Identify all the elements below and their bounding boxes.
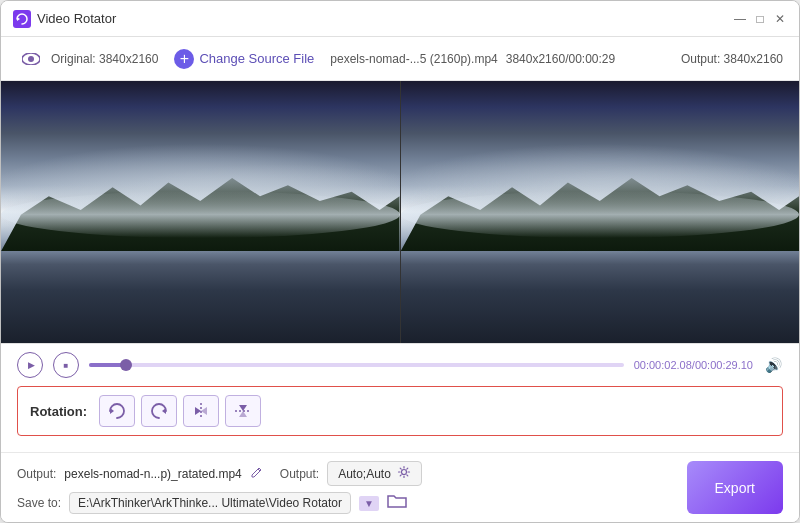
svg-marker-5 (162, 408, 166, 414)
toolbar-left: Original: 3840x2160 (17, 45, 158, 73)
cloud-band-left (1, 191, 400, 238)
export-button[interactable]: Export (687, 461, 783, 514)
output-settings-display: Auto;Auto (327, 461, 422, 486)
bottom-left: Output: pexels-nomad-n...p)_ratated.mp4 … (17, 461, 687, 514)
title-bar: Video Rotator — □ ✕ (1, 1, 799, 37)
flip-vertical-icon (233, 401, 253, 421)
time-current: 00:00:02.08 (634, 359, 692, 371)
time-total: 00:00:29.10 (695, 359, 753, 371)
edit-filename-button[interactable] (250, 465, 264, 482)
save-path-display: E:\ArkThinker\ArkThinke... Ultimate\Vide… (69, 492, 351, 514)
save-row: Save to: E:\ArkThinker\ArkThinke... Ulti… (17, 492, 687, 514)
rotation-section: Rotation: (17, 386, 783, 436)
video-preview-right (401, 81, 800, 343)
progress-bar[interactable] (89, 363, 624, 367)
progress-fill (89, 363, 126, 367)
pencil-icon (250, 465, 264, 479)
rotate-left-button[interactable] (99, 395, 135, 427)
gear-icon (397, 465, 411, 479)
svg-marker-10 (239, 405, 247, 411)
playback-row: ▶ ■ 00:00:02.08/00:00:29.10 🔊 (17, 352, 783, 378)
change-source-button[interactable]: + Change Source File (166, 45, 322, 73)
output-filename: pexels-nomad-n...p)_ratated.mp4 (64, 467, 241, 481)
volume-icon: 🔊 (765, 357, 782, 373)
rotate-right-icon (149, 401, 169, 421)
rotation-label: Rotation: (30, 404, 87, 419)
svg-rect-0 (13, 10, 31, 28)
controls-area: ▶ ■ 00:00:02.08/00:00:29.10 🔊 Rotation: (1, 343, 799, 452)
flip-horizontal-button[interactable] (183, 395, 219, 427)
play-icon: ▶ (28, 360, 35, 370)
title-bar-controls: — □ ✕ (733, 12, 787, 26)
minimize-button[interactable]: — (733, 12, 747, 26)
stop-icon: ■ (64, 361, 69, 370)
svg-point-3 (28, 56, 34, 62)
bottom-bar: Output: pexels-nomad-n...p)_ratated.mp4 … (1, 452, 799, 522)
svg-marker-8 (201, 407, 207, 415)
flip-vertical-button[interactable] (225, 395, 261, 427)
open-folder-button[interactable] (387, 493, 407, 514)
save-label: Save to: (17, 496, 61, 510)
file-name: pexels-nomad-...5 (2160p).mp4 (330, 52, 497, 66)
plus-icon: + (174, 49, 194, 69)
flip-horizontal-icon (191, 401, 211, 421)
svg-marker-11 (239, 411, 247, 417)
svg-marker-4 (110, 408, 114, 414)
change-source-label: Change Source File (199, 51, 314, 66)
play-button[interactable]: ▶ (17, 352, 43, 378)
save-path-dropdown[interactable]: ▼ (359, 496, 379, 511)
rotate-right-button[interactable] (141, 395, 177, 427)
bottom-rows-container: Output: pexels-nomad-n...p)_ratated.mp4 … (17, 461, 783, 514)
video-panel-original (1, 81, 400, 343)
app-title: Video Rotator (37, 11, 116, 26)
title-bar-left: Video Rotator (13, 10, 725, 28)
cloud-band-right (401, 191, 800, 238)
video-preview-left (1, 81, 400, 343)
file-info: pexels-nomad-...5 (2160p).mp4 3840x2160/… (330, 52, 673, 66)
progress-thumb (120, 359, 132, 371)
settings-label: Output: (280, 467, 319, 481)
app-icon (13, 10, 31, 28)
stop-button[interactable]: ■ (53, 352, 79, 378)
close-button[interactable]: ✕ (773, 12, 787, 26)
toolbar: Original: 3840x2160 + Change Source File… (1, 37, 799, 81)
output-row: Output: pexels-nomad-n...p)_ratated.mp4 … (17, 461, 687, 486)
maximize-button[interactable]: □ (753, 12, 767, 26)
video-panel-output (400, 81, 800, 343)
file-meta: 3840x2160/00:00:29 (506, 52, 615, 66)
folder-icon (387, 493, 407, 509)
rotate-left-icon (107, 401, 127, 421)
video-area (1, 81, 799, 343)
eye-icon (22, 53, 40, 65)
svg-point-13 (401, 470, 406, 475)
time-display: 00:00:02.08/00:00:29.10 (634, 359, 753, 371)
output-file-label: Output: (17, 467, 56, 481)
output-resolution-label: Output: 3840x2160 (681, 52, 783, 66)
eye-button[interactable] (17, 45, 45, 73)
settings-gear-button[interactable] (397, 465, 411, 482)
rotation-buttons (99, 395, 261, 427)
svg-marker-7 (195, 407, 201, 415)
main-window: Video Rotator — □ ✕ Original: 3840x2160 … (0, 0, 800, 523)
original-label: Original: 3840x2160 (51, 52, 158, 66)
output-settings-value: Auto;Auto (338, 467, 391, 481)
volume-button[interactable]: 🔊 (763, 355, 783, 375)
save-path-text: E:\ArkThinker\ArkThinke... Ultimate\Vide… (78, 496, 342, 510)
